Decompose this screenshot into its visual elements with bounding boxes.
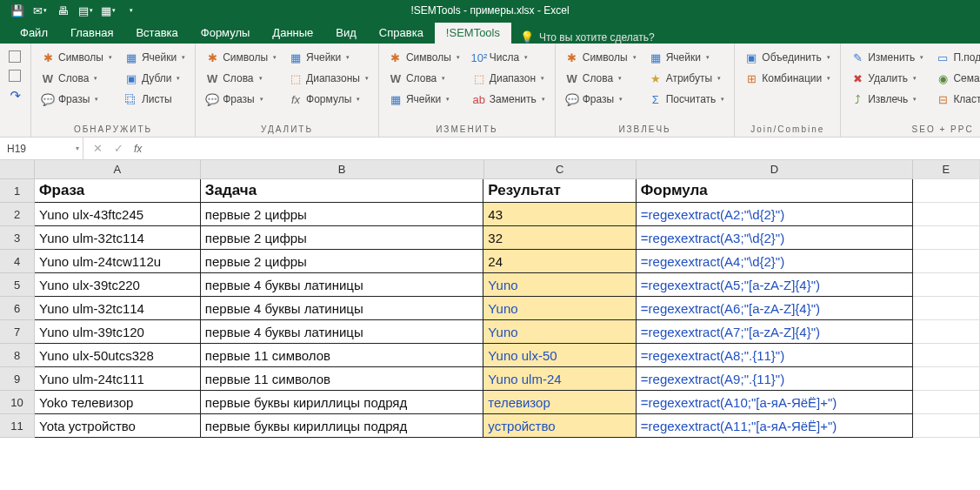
cell[interactable]: =regexextract(A2;"\d{2}")	[637, 203, 913, 226]
change-range[interactable]: ⬚Диапазон▾	[468, 68, 550, 89]
cell[interactable]: Yota устройство	[35, 414, 201, 438]
cell[interactable]: =regexextract(A8;".{11}")	[637, 344, 913, 367]
tab-data[interactable]: Данные	[261, 23, 324, 44]
cell[interactable]: Результат	[483, 179, 636, 203]
cell[interactable]	[913, 226, 980, 250]
select-all-corner[interactable]	[0, 160, 35, 179]
cell[interactable]: первые 4 буквы латиницы	[201, 297, 484, 320]
detect-sheets[interactable]: ⿻Листы	[120, 89, 190, 110]
tab-file[interactable]: Файл	[9, 23, 59, 44]
cell[interactable]: Yuno ulx-39tc220	[35, 273, 201, 297]
join-combinations[interactable]: ⊞Комбинации▾	[740, 68, 835, 89]
extract-words[interactable]: WСлова▾	[561, 68, 641, 89]
col-header[interactable]: C	[484, 160, 637, 179]
extract-cells[interactable]: ▦Ячейки▾	[644, 47, 730, 68]
row-header[interactable]: 11	[0, 414, 35, 438]
undo-button[interactable]: ↶	[5, 85, 25, 106]
change-numbers[interactable]: 10²Числа▾	[468, 47, 550, 68]
delete-phrases[interactable]: 💬Фразы▾	[201, 89, 281, 110]
quickprint-icon[interactable]: 🖶	[52, 2, 73, 19]
cell[interactable]: первые 11 символов	[201, 367, 484, 391]
cell[interactable]: Yuno	[483, 297, 636, 320]
seo-cluster[interactable]: ⊟Кластеризация	[931, 89, 980, 110]
cell[interactable]: =regexextract(A7;"[a-zA-Z]{4}")	[637, 320, 913, 344]
cell[interactable]: Yuno ulm-24tc111	[35, 367, 201, 391]
row-header[interactable]: 2	[0, 203, 35, 226]
formula-input[interactable]	[150, 138, 980, 159]
cell[interactable]: Yuno ulx-43ftc245	[35, 203, 201, 226]
cell[interactable]: =regexextract(A5;"[a-zA-Z]{4}")	[637, 273, 913, 297]
cell[interactable]: первые 11 символов	[201, 344, 484, 367]
spreadsheet-grid[interactable]: 1 234567891011 A B C D E Фраза Задача Ре…	[0, 160, 980, 490]
row-header[interactable]: 4	[0, 250, 35, 273]
delete-ranges[interactable]: ⬚Диапазоны▾	[284, 68, 373, 89]
delete-formulas[interactable]: fxФормулы▾	[284, 89, 373, 110]
cell[interactable]: Yuno ulx-50	[483, 344, 636, 367]
cell[interactable]: Yoko телевизор	[35, 391, 201, 414]
row-header[interactable]: 3	[0, 226, 35, 250]
tab-help[interactable]: Справка	[368, 23, 435, 44]
change-symbols[interactable]: ✱Символы▾	[384, 47, 464, 68]
seo-semantic[interactable]: ◉Семант.анализ▾	[931, 68, 980, 89]
cell[interactable]: первые 4 буквы латиницы	[201, 320, 484, 344]
detect-words[interactable]: WСлова▾	[37, 68, 117, 89]
col-header[interactable]: A	[35, 160, 201, 179]
cell[interactable]: =regexextract(A9;".{11}")	[637, 367, 913, 391]
mail-icon[interactable]: ✉▾	[30, 2, 50, 19]
cell[interactable]: Yuno ulm-32tc114	[35, 226, 201, 250]
change-cells[interactable]: ▦Ячейки▾	[384, 89, 464, 110]
filter-icon[interactable]: ▦▾	[97, 2, 118, 19]
delete-cells[interactable]: ▦Ячейки▾	[284, 47, 373, 68]
cell[interactable]	[913, 297, 980, 320]
seo-hints[interactable]: ▭П.подсказки▾	[931, 47, 980, 68]
extract-phrases[interactable]: 💬Фразы▾	[561, 89, 641, 110]
row-header[interactable]: 6	[0, 297, 35, 320]
cell[interactable]: =regexextract(A4;"\d{2}")	[637, 250, 913, 273]
cell[interactable]: =regexextract(A3;"\d{2}")	[637, 226, 913, 250]
cell[interactable]	[913, 273, 980, 297]
row-header[interactable]: 8	[0, 344, 35, 367]
detect-symbols[interactable]: ✱Символы▾	[37, 47, 117, 68]
cell[interactable]: Yuno ulm-32tc114	[35, 297, 201, 320]
detect-duplicates[interactable]: ▣Дубли▾	[120, 68, 190, 89]
change-words[interactable]: WСлова▾	[384, 68, 464, 89]
cell[interactable]	[913, 320, 980, 344]
extract-symbols[interactable]: ✱Символы▾	[561, 47, 641, 68]
edit-button[interactable]: ✎Изменить▾	[846, 47, 928, 68]
cell[interactable]: Yuno ulx-50utcs328	[35, 344, 201, 367]
cell[interactable]: телевизор	[483, 391, 636, 414]
cancel-formula-icon[interactable]: ✕	[87, 140, 108, 158]
cell[interactable]: 32	[483, 226, 636, 250]
cell[interactable]: Yuno ulm-24tcw112u	[35, 250, 201, 273]
cell[interactable]: первые буквы кириллицы подряд	[201, 391, 484, 414]
tab-home[interactable]: Главная	[59, 23, 124, 44]
tell-me-search[interactable]: 💡Что вы хотите сделать?	[511, 30, 663, 44]
cell[interactable]	[913, 414, 980, 438]
cell[interactable]: Yuno ulm-39tc120	[35, 320, 201, 344]
cell[interactable]: =regexextract(A11;"[а-яА-ЯёЁ]+")	[637, 414, 913, 438]
tab-formulas[interactable]: Формулы	[190, 23, 262, 44]
delete-symbols[interactable]: ✱Символы▾	[201, 47, 281, 68]
cell[interactable]: устройство	[483, 414, 636, 438]
delete-words[interactable]: WСлова▾	[201, 68, 281, 89]
save-icon[interactable]: 💾	[7, 2, 28, 19]
row-header[interactable]: 5	[0, 273, 35, 297]
row-header[interactable]: 9	[0, 367, 35, 391]
cell[interactable]: первые 2 цифры	[201, 226, 484, 250]
extract-count[interactable]: ΣПосчитать▾	[644, 89, 730, 110]
checkbox-2[interactable]	[9, 70, 21, 82]
row-header[interactable]: 10	[0, 391, 35, 414]
cell[interactable]	[913, 367, 980, 391]
cell[interactable]: первые 2 цифры	[201, 250, 484, 273]
cell[interactable]: Фраза	[35, 179, 201, 203]
cell[interactable]: первые 4 буквы латиницы	[201, 273, 484, 297]
cell[interactable]: первые буквы кириллицы подряд	[201, 414, 484, 438]
qat-customize-icon[interactable]: ▾	[120, 2, 141, 19]
fx-icon[interactable]: fx	[129, 143, 147, 155]
cell[interactable]: 24	[483, 250, 636, 273]
checkbox-1[interactable]	[9, 50, 21, 63]
detect-phrases[interactable]: 💬Фразы▾	[37, 89, 117, 110]
cell[interactable]	[913, 344, 980, 367]
cell[interactable]: =regexextract(A6;"[a-zA-Z]{4}")	[637, 297, 913, 320]
name-box[interactable]: H19▾	[0, 138, 83, 159]
